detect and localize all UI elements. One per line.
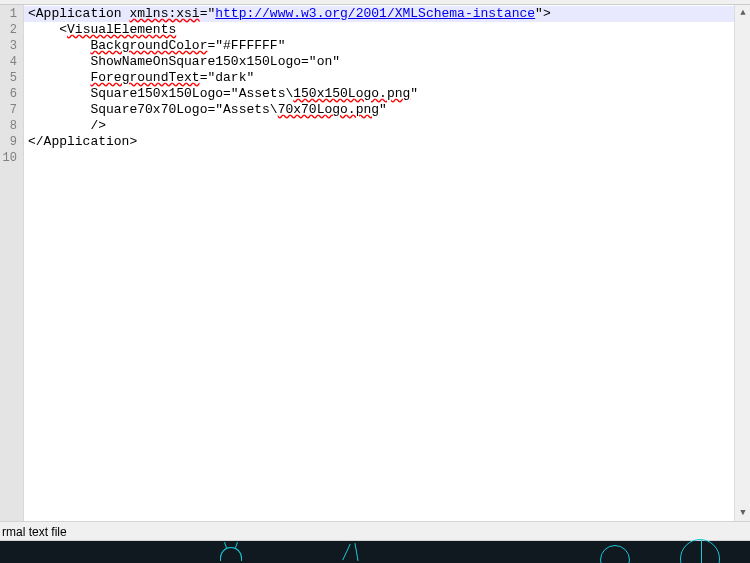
code-text: Square150x150Logo="Assets\ xyxy=(90,86,293,101)
status-bar: rmal text file xyxy=(0,521,750,541)
code-line[interactable]: ForegroundText="dark" xyxy=(24,70,750,86)
code-line[interactable]: Square150x150Logo="Assets\150x150Logo.pn… xyxy=(24,86,750,102)
line-number: 7 xyxy=(0,102,23,118)
code-text: "> xyxy=(535,6,551,21)
indent xyxy=(28,38,90,53)
code-text-error: VisualElements xyxy=(67,22,176,37)
indent xyxy=(28,102,90,117)
android-icon xyxy=(220,547,242,561)
status-filetype: rmal text file xyxy=(2,525,67,539)
code-text-error: 150x150Logo.png xyxy=(293,86,410,101)
code-text: < xyxy=(59,22,67,37)
code-line[interactable]: </Application> xyxy=(24,134,750,150)
line-number: 2 xyxy=(0,22,23,38)
vertical-scrollbar[interactable]: ▲ ▼ xyxy=(734,5,750,521)
code-url[interactable]: http://www.w3.org/2001/XMLSchema-instanc… xyxy=(215,6,535,21)
code-line[interactable]: ShowNameOnSquare150x150Logo="on" xyxy=(24,54,750,70)
scroll-up-arrow-icon[interactable]: ▲ xyxy=(735,5,750,21)
scrollbar-track[interactable] xyxy=(735,21,750,505)
code-text: </Application> xyxy=(28,134,137,149)
code-text-error: xmlns:xsi xyxy=(129,6,199,21)
code-text-error: 70x70Logo.png xyxy=(278,102,379,117)
line-number: 4 xyxy=(0,54,23,70)
indent xyxy=(28,22,59,37)
scroll-down-arrow-icon[interactable]: ▼ xyxy=(735,505,750,521)
line-number: 5 xyxy=(0,70,23,86)
decoration-icon xyxy=(342,544,351,561)
code-line[interactable]: Square70x70Logo="Assets\70x70Logo.png" xyxy=(24,102,750,118)
code-text-error: ForegroundText xyxy=(90,70,199,85)
circle-icon xyxy=(600,545,630,563)
code-text: ShowNameOnSquare150x150Logo="on" xyxy=(90,54,340,69)
code-line[interactable] xyxy=(24,150,750,166)
code-text: =" xyxy=(200,6,216,21)
code-line[interactable]: <Application xmlns:xsi="http://www.w3.or… xyxy=(24,6,750,22)
decoration-icon xyxy=(354,543,358,561)
editor-container: 1 2 3 4 5 6 7 8 9 10 <Application xmlns:… xyxy=(0,5,750,521)
code-line[interactable]: BackgroundColor="#FFFFFF" xyxy=(24,38,750,54)
line-number: 3 xyxy=(0,38,23,54)
code-text: <Application xyxy=(28,6,129,21)
line-number: 1 xyxy=(0,6,23,22)
code-text: ="#FFFFFF" xyxy=(207,38,285,53)
line-number-gutter: 1 2 3 4 5 6 7 8 9 10 xyxy=(0,5,24,521)
code-text: " xyxy=(379,102,387,117)
line-number: 6 xyxy=(0,86,23,102)
line-number: 9 xyxy=(0,134,23,150)
indent xyxy=(28,54,90,69)
code-text: ="dark" xyxy=(200,70,255,85)
code-text: " xyxy=(410,86,418,101)
taskbar[interactable] xyxy=(0,541,750,563)
indent xyxy=(28,118,90,133)
line-number: 8 xyxy=(0,118,23,134)
code-text-error: BackgroundColor xyxy=(90,38,207,53)
code-line[interactable]: <VisualElements xyxy=(24,22,750,38)
indent xyxy=(28,86,90,101)
globe-icon xyxy=(680,539,720,563)
line-number: 10 xyxy=(0,150,23,166)
code-area[interactable]: <Application xmlns:xsi="http://www.w3.or… xyxy=(24,5,750,521)
code-text: /> xyxy=(90,118,106,133)
indent xyxy=(28,70,90,85)
code-text: Square70x70Logo="Assets\ xyxy=(90,102,277,117)
code-line[interactable]: /> xyxy=(24,118,750,134)
